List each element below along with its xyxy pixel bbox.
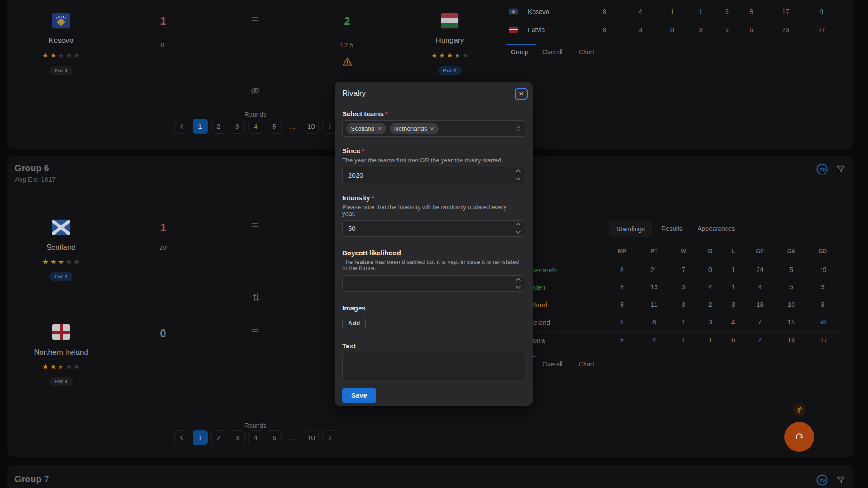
col-header: W xyxy=(674,248,693,254)
rounds-page-button[interactable]: 3 xyxy=(230,119,245,134)
rounds-page-button[interactable]: 3 xyxy=(230,430,245,445)
spinner-down-icon[interactable] xyxy=(511,228,525,236)
standings-row: N. Ireland 8 6 1 3 4 7 15 -8 xyxy=(506,314,845,332)
rounds-page-button[interactable]: 5 xyxy=(267,430,282,445)
away-team-rating: ★★★★★★ xyxy=(25,363,97,371)
team-chip[interactable]: Scotland × xyxy=(346,123,386,134)
rounds-page-button[interactable]: 5 xyxy=(267,119,282,134)
rounds-page-button[interactable]: 1 xyxy=(193,430,208,445)
rounds-page-button[interactable]: 4 xyxy=(248,430,263,445)
group-avg-elo: Avg Elo: 1617 xyxy=(15,176,56,183)
spinner-up-icon[interactable] xyxy=(511,276,525,284)
close-button[interactable]: × xyxy=(515,88,528,100)
intensity-spinner xyxy=(511,221,525,236)
home-team-rating: ★★★★★ xyxy=(25,258,97,266)
text-input[interactable] xyxy=(342,353,525,380)
rounds-ellipsis: … xyxy=(285,430,300,445)
col-header: MP xyxy=(612,248,632,254)
add-image-button[interactable]: Add xyxy=(342,318,366,329)
boycott-input[interactable] xyxy=(343,276,511,291)
group-title: Group 7 xyxy=(14,474,49,484)
latvia-mini-flag xyxy=(509,27,518,33)
away-goal-times: 10' 5' xyxy=(325,42,370,48)
kosovo-mini-flag xyxy=(509,9,518,14)
intensity-field xyxy=(342,220,525,237)
since-input[interactable] xyxy=(343,167,511,183)
team-menu-icon[interactable] xyxy=(250,325,260,335)
tab-group[interactable]: Group xyxy=(511,48,528,56)
rounds-page-button[interactable]: 10 xyxy=(304,430,319,445)
hungary-flag xyxy=(441,13,458,28)
divider xyxy=(506,2,845,2)
rounds-page-button[interactable]: 4 xyxy=(248,119,263,134)
away-score: 2 xyxy=(325,15,370,28)
divider xyxy=(506,357,845,357)
col-header: L xyxy=(723,248,743,254)
filter-icon[interactable] xyxy=(835,474,846,485)
rounds-page-button[interactable]: 1 xyxy=(193,119,208,134)
spinner-down-icon[interactable] xyxy=(511,283,525,291)
tab-overall[interactable]: Overall xyxy=(542,361,562,368)
close-icon: × xyxy=(519,90,523,98)
spinner-up-icon[interactable] xyxy=(511,221,525,229)
since-help-text: The year the teams first met OR the year… xyxy=(342,157,521,164)
modal-title: Rivalry xyxy=(342,89,525,99)
match-menu-icon[interactable] xyxy=(250,14,260,24)
chip-remove-icon[interactable]: × xyxy=(378,125,382,132)
save-button[interactable]: Save xyxy=(342,388,376,403)
text-label: Text xyxy=(342,343,525,350)
rounds-page-button[interactable]: 2 xyxy=(211,119,226,134)
advance-round-fab[interactable] xyxy=(784,422,814,452)
rounds-pagination: 1 2 3 4 5 … 10 xyxy=(174,119,337,134)
rounds-label: Rounds xyxy=(210,111,301,118)
home-team-name: Scotland xyxy=(25,243,97,252)
away-team-name: Northern Ireland xyxy=(25,348,97,357)
simulation-runner-icon[interactable] xyxy=(793,403,806,416)
rounds-next-button[interactable] xyxy=(322,430,337,445)
select-teams-input[interactable]: Scotland × Netherlands × xyxy=(342,120,525,137)
away-team-name: Hungary xyxy=(414,36,486,45)
tab-overall[interactable]: Overall xyxy=(542,48,562,56)
intensity-input[interactable] xyxy=(343,221,511,236)
vs-mode-button[interactable]: VS xyxy=(816,474,828,486)
away-team-rating: ★★★★★★ xyxy=(414,52,486,59)
away-pot-badge: Pot 4 xyxy=(25,377,97,386)
mini-table-row: Kosovo 8 4 1 1 6 8 17 -9 xyxy=(506,3,845,21)
filter-icon[interactable] xyxy=(835,164,846,174)
rounds-page-button[interactable]: 10 xyxy=(304,119,319,134)
home-score: 1 xyxy=(141,15,186,28)
select-teams-label: Select teams* xyxy=(342,110,525,117)
tab-appearances[interactable]: Appearances xyxy=(698,225,735,232)
svg-text:VS: VS xyxy=(819,167,825,171)
divider xyxy=(506,45,845,45)
tab-standings[interactable]: Standings xyxy=(609,221,652,237)
required-marker: * xyxy=(385,110,388,117)
intensity-help-text: Please note that the intensity will be r… xyxy=(342,204,521,217)
required-marker: * xyxy=(362,147,364,155)
hide-match-eye-off-icon[interactable] xyxy=(250,85,260,95)
home-score: 1 xyxy=(141,221,186,234)
standings-row: Scotland 8 11 3 2 3 13 10 3 xyxy=(506,296,845,314)
away-score: 0 xyxy=(141,327,186,340)
tab-chart[interactable]: Chart xyxy=(579,361,594,368)
boycott-field xyxy=(342,275,525,292)
spinner-up-icon[interactable] xyxy=(511,167,525,175)
tab-results[interactable]: Results xyxy=(661,225,683,232)
since-spinner xyxy=(511,167,525,183)
swap-teams-icon[interactable] xyxy=(250,291,262,303)
chip-remove-icon[interactable]: × xyxy=(430,125,434,132)
rounds-page-button[interactable]: 2 xyxy=(211,430,226,445)
boycott-spinner xyxy=(511,276,525,291)
rounds-prev-button[interactable] xyxy=(174,430,189,445)
team-chip[interactable]: Netherlands × xyxy=(390,123,439,134)
northern-ireland-flag xyxy=(52,324,70,340)
rivalry-modal: Rivalry × Select teams* Scotland × Nethe… xyxy=(335,82,533,406)
spinner-down-icon[interactable] xyxy=(511,175,525,183)
standings-row: Andorra 8 4 1 1 6 2 19 -17 xyxy=(506,331,845,349)
vs-mode-button[interactable]: VS xyxy=(816,163,828,175)
col-header: D xyxy=(700,248,720,254)
team-menu-icon[interactable] xyxy=(250,220,260,230)
tab-chart[interactable]: Chart xyxy=(579,48,594,56)
rounds-prev-button[interactable] xyxy=(174,119,189,134)
kosovo-flag xyxy=(52,13,70,28)
